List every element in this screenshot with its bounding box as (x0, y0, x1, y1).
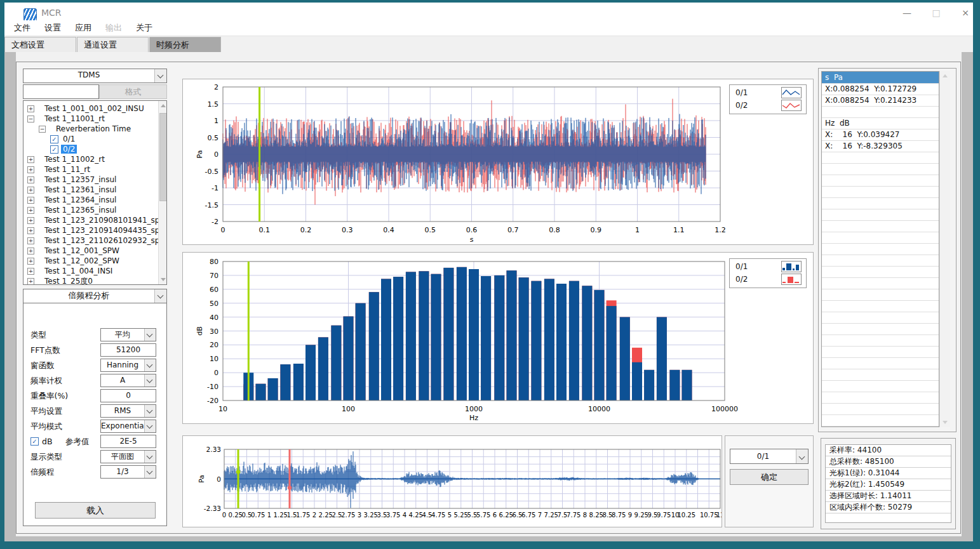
file-format-select[interactable]: TDMS (23, 69, 167, 83)
maximize-button[interactable]: □ (926, 6, 946, 20)
menu-item-2[interactable]: 应用 (75, 22, 91, 34)
chevron-down-icon[interactable] (144, 466, 156, 478)
tree-item-10[interactable]: +Test 1_12365_insul (23, 205, 156, 215)
collapse-icon[interactable]: − (27, 116, 34, 122)
chevron-down-icon[interactable] (144, 359, 156, 371)
tree-item-label: Test 1_123_211026102932_spw (43, 236, 167, 245)
tree-item-3[interactable]: ✓0/1 (23, 134, 156, 144)
readout-row-empty (822, 301, 939, 312)
expand-icon[interactable]: + (27, 176, 34, 183)
tab-0[interactable]: 文档设置 (4, 37, 76, 52)
scroll-down-icon[interactable] (159, 275, 167, 284)
readout-row-2[interactable]: X:0.088254 Y:0.214233 (822, 95, 939, 107)
tree-item-5[interactable]: +Test 1_11002_rt (23, 154, 156, 164)
load-button[interactable]: 载入 (35, 502, 156, 519)
info-row-empty (826, 513, 951, 523)
db-checkbox[interactable]: ✓ (30, 437, 39, 446)
chevron-down-icon[interactable] (144, 329, 156, 341)
tab-1[interactable]: 通道设置 (77, 37, 149, 52)
field-input-1[interactable]: 51200 (100, 343, 156, 357)
readout-scrollbar[interactable] (939, 71, 950, 427)
field-select-6[interactable]: Exponential (100, 420, 156, 433)
chevron-down-icon[interactable] (144, 420, 156, 432)
tree-item-6[interactable]: +Test 1_11_rt (23, 164, 156, 175)
scroll-up-icon[interactable] (159, 101, 167, 110)
tree-item-15[interactable]: +Test 1_12_002_SPW (23, 256, 156, 266)
svg-text:0.25: 0.25 (229, 512, 243, 519)
expand-icon[interactable]: + (27, 207, 34, 214)
analysis-type-select[interactable]: 倍频程分析 (23, 289, 167, 303)
chevron-down-icon[interactable] (154, 69, 166, 83)
tree-item-9[interactable]: +Test 1_12364_insul (23, 195, 156, 205)
readout-row-empty (822, 164, 939, 175)
field-select-9[interactable]: 1/3 (100, 465, 156, 479)
info-row-0: 采样率: 44100 (826, 445, 951, 456)
expand-icon[interactable]: + (27, 105, 34, 112)
collapse-icon[interactable]: − (39, 126, 46, 133)
expand-icon[interactable]: + (27, 217, 34, 224)
expand-icon[interactable]: + (27, 227, 34, 234)
close-button[interactable]: × (955, 6, 976, 20)
field-select-2[interactable]: Hanning (100, 359, 156, 372)
expand-icon[interactable]: + (27, 197, 34, 204)
readout-row-4[interactable]: Hz dB (822, 118, 939, 129)
channel-select[interactable]: 0/1 (730, 449, 809, 464)
tree-item-14[interactable]: +Test 1_12_001_SPW (23, 246, 156, 256)
chevron-down-icon[interactable] (144, 374, 156, 387)
scroll-up-icon[interactable] (940, 71, 950, 81)
menu-item-0[interactable]: 文件 (14, 22, 30, 34)
menu-item-1[interactable]: 设置 (44, 22, 61, 34)
field-select-3[interactable]: A (100, 374, 156, 387)
confirm-button[interactable]: 确定 (730, 469, 809, 485)
field-select-0[interactable]: 平均 (100, 328, 156, 341)
filter-input[interactable] (23, 84, 99, 99)
expand-icon[interactable]: + (27, 258, 34, 265)
tree-scrollbar[interactable] (158, 101, 167, 284)
tree-item-16[interactable]: +Test 1_1_004_INSI (23, 266, 156, 276)
expand-icon[interactable]: + (27, 156, 34, 163)
field-input-7[interactable]: 2E-5 (100, 435, 156, 448)
channel-checkbox[interactable]: ✓ (50, 145, 58, 154)
readout-row-5[interactable]: X: 16 Y:0.039427 (822, 129, 939, 141)
readout-row-empty (822, 244, 939, 255)
readout-row-6[interactable]: X: 16 Y:-8.329305 (822, 141, 939, 152)
readout-row-3[interactable] (822, 107, 939, 118)
expand-icon[interactable]: + (27, 278, 34, 285)
scroll-down-icon[interactable] (940, 418, 950, 427)
field-input-4[interactable]: 0 (100, 389, 156, 402)
readout-row-empty (822, 289, 939, 301)
tree-item-4[interactable]: ✓0/2 (23, 144, 156, 154)
readout-row-1[interactable]: X:0.088254 Y:0.172729 (822, 84, 939, 95)
tree-item-2[interactable]: −Reverberation Time (23, 124, 156, 134)
tree-scrollbar-thumb[interactable] (159, 113, 167, 201)
tree-item-0[interactable]: +Test 1_001_001_002_INSU (23, 103, 156, 114)
expand-icon[interactable]: + (27, 237, 34, 244)
expand-icon[interactable]: + (27, 248, 34, 255)
chevron-down-icon[interactable] (796, 449, 808, 463)
chevron-down-icon[interactable] (144, 405, 156, 417)
svg-text:0.8: 0.8 (549, 226, 560, 234)
readout-row-0[interactable]: s Pa (822, 72, 939, 84)
field-select-8[interactable]: 平面图 (100, 450, 156, 463)
expand-icon[interactable]: + (27, 268, 34, 275)
tree-item-7[interactable]: +Test 1_12357_insul (23, 175, 156, 185)
minimize-button[interactable]: — (897, 6, 917, 20)
menu-item-4[interactable]: 关于 (136, 22, 152, 34)
tab-2[interactable]: 时频分析 (149, 37, 221, 52)
expand-icon[interactable]: + (27, 166, 34, 173)
chevron-down-icon[interactable] (154, 289, 166, 303)
tree-item-11[interactable]: +Test 1_123_210908101941_spw (23, 215, 156, 225)
tree-item-1[interactable]: −Test 1_11001_rt (23, 114, 156, 124)
field-select-5[interactable]: RMS (100, 404, 156, 418)
chevron-down-icon[interactable] (144, 451, 156, 463)
readout-row-empty (822, 175, 939, 187)
tree-item-8[interactable]: +Test 1_12361_insul (23, 185, 156, 195)
channel-checkbox[interactable]: ✓ (50, 135, 58, 143)
format-button[interactable]: 格式 (99, 84, 167, 99)
menu-item-3[interactable]: 输出 (105, 22, 122, 34)
tree-item-13[interactable]: +Test 1_123_211026102932_spw (23, 235, 156, 246)
tree-item-17[interactable]: +Test 1_25度0 (23, 276, 156, 285)
readout-row-empty (822, 369, 939, 381)
expand-icon[interactable]: + (27, 187, 34, 194)
tree-item-12[interactable]: +Test 1_123_210914094435_spw (23, 225, 156, 235)
